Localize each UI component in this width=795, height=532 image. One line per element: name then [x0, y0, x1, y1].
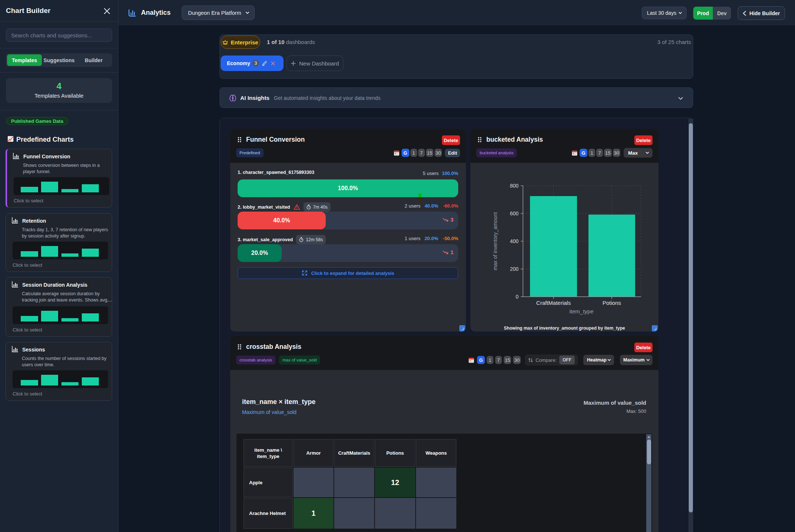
svg-text:400: 400 — [510, 238, 519, 244]
svg-text:0: 0 — [516, 294, 519, 300]
svg-text:item_type: item_type — [569, 308, 593, 314]
svg-text:200: 200 — [510, 266, 519, 272]
svg-text:CraftMaterials: CraftMaterials — [536, 300, 571, 306]
svg-text:max of inventory_amount: max of inventory_amount — [492, 212, 498, 270]
svg-text:Potions: Potions — [603, 300, 621, 306]
svg-text:600: 600 — [510, 211, 519, 216]
svg-text:800: 800 — [510, 183, 519, 189]
